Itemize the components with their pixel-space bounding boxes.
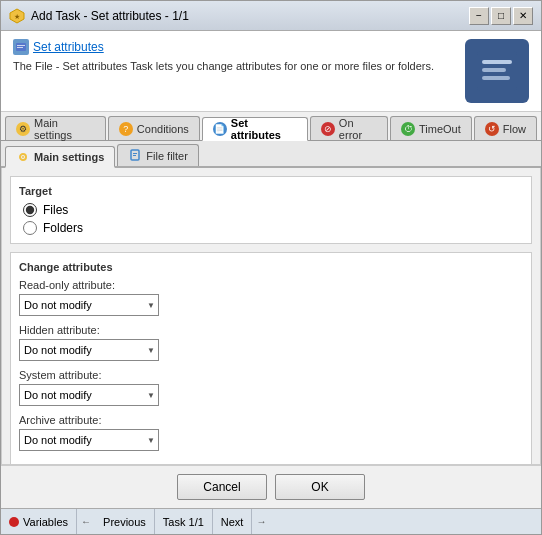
- sub-tab-main-settings[interactable]: Main settings: [5, 146, 115, 168]
- svg-rect-7: [482, 68, 506, 72]
- content-area: Target Files Folders Change attributes R…: [1, 168, 541, 465]
- header-link[interactable]: Set attributes: [13, 39, 455, 55]
- header-description: The File - Set attributes Task lets you …: [13, 59, 455, 74]
- target-files-radio[interactable]: [23, 203, 37, 217]
- ok-button[interactable]: OK: [275, 474, 365, 500]
- hidden-select-wrapper: Do not modify Set Clear: [19, 339, 159, 361]
- svg-text:★: ★: [14, 13, 20, 20]
- main-window: ★ Add Task - Set attributes - 1/1 − □ ✕ …: [0, 0, 542, 535]
- tab-flow-label: Flow: [503, 123, 526, 135]
- archive-select[interactable]: Do not modify Set Clear: [19, 429, 159, 451]
- target-files-option[interactable]: Files: [23, 203, 523, 217]
- sub-tab-file-filter-label: File filter: [146, 150, 188, 162]
- right-arrow: →: [252, 516, 270, 527]
- task-label: Task 1/1: [163, 516, 204, 528]
- target-folders-label: Folders: [43, 221, 83, 235]
- tab-conditions[interactable]: ? Conditions: [108, 116, 200, 140]
- target-title: Target: [19, 185, 523, 197]
- tab-main-settings-label: Main settings: [34, 117, 95, 141]
- target-folders-option[interactable]: Folders: [23, 221, 523, 235]
- link-icon: [13, 39, 29, 55]
- svg-rect-4: [17, 47, 23, 48]
- sub-tab-file-filter[interactable]: File filter: [117, 144, 199, 166]
- window-controls: − □ ✕: [469, 7, 533, 25]
- system-label: System attribute:: [19, 369, 523, 381]
- conditions-icon: ?: [119, 122, 133, 136]
- read-only-select[interactable]: Do not modify Set Clear: [19, 294, 159, 316]
- main-settings-icon: ⚙: [16, 122, 30, 136]
- archive-select-wrapper: Do not modify Set Clear: [19, 429, 159, 451]
- bottom-buttons: Cancel OK: [1, 465, 541, 508]
- tab-on-error[interactable]: ⊘ On error: [310, 116, 388, 140]
- svg-rect-12: [133, 153, 137, 154]
- header-link-text: Set attributes: [33, 40, 104, 54]
- target-radio-group: Files Folders: [19, 203, 523, 235]
- read-only-attr-row: Read-only attribute: Do not modify Set C…: [19, 279, 523, 316]
- status-bar: Variables ← Previous Task 1/1 Next →: [1, 508, 541, 534]
- task-item: Task 1/1: [155, 509, 213, 534]
- svg-rect-8: [482, 76, 510, 80]
- tab-set-attributes-label: Set attributes: [231, 117, 297, 141]
- sub-tabs: Main settings File filter: [1, 141, 541, 168]
- system-attr-row: System attribute: Do not modify Set Clea…: [19, 369, 523, 406]
- minimize-button[interactable]: −: [469, 7, 489, 25]
- hidden-attr-row: Hidden attribute: Do not modify Set Clea…: [19, 324, 523, 361]
- window-title: Add Task - Set attributes - 1/1: [31, 9, 469, 23]
- read-only-label: Read-only attribute:: [19, 279, 523, 291]
- hidden-select[interactable]: Do not modify Set Clear: [19, 339, 159, 361]
- file-filter-icon: [128, 149, 142, 163]
- cancel-button[interactable]: Cancel: [177, 474, 267, 500]
- left-arrow: ←: [77, 516, 95, 527]
- change-attributes-title: Change attributes: [19, 261, 523, 273]
- tab-flow[interactable]: ↺ Flow: [474, 116, 537, 140]
- tab-timeout-label: TimeOut: [419, 123, 461, 135]
- target-folders-radio[interactable]: [23, 221, 37, 235]
- svg-rect-13: [133, 155, 136, 156]
- timeout-icon: ⏱: [401, 122, 415, 136]
- variables-dot: [9, 517, 19, 527]
- tab-main-settings[interactable]: ⚙ Main settings: [5, 116, 106, 140]
- variables-item[interactable]: Variables: [1, 509, 77, 534]
- archive-attr-row: Archive attribute: Do not modify Set Cle…: [19, 414, 523, 451]
- tab-on-error-label: On error: [339, 117, 377, 141]
- svg-rect-6: [482, 60, 512, 64]
- previous-label: Previous: [103, 516, 146, 528]
- svg-point-10: [22, 156, 24, 158]
- read-only-select-wrapper: Do not modify Set Clear: [19, 294, 159, 316]
- set-attributes-icon: 📄: [213, 122, 227, 136]
- tab-conditions-label: Conditions: [137, 123, 189, 135]
- main-settings-sub-icon: [16, 150, 30, 164]
- svg-rect-3: [17, 45, 25, 46]
- system-select-wrapper: Do not modify Set Clear: [19, 384, 159, 406]
- target-files-label: Files: [43, 203, 68, 217]
- header-info: Set attributes The File - Set attributes…: [13, 39, 455, 74]
- task-thumbnail: [465, 39, 529, 103]
- sub-tab-main-settings-label: Main settings: [34, 151, 104, 163]
- change-attributes-section: Change attributes Read-only attribute: D…: [10, 252, 532, 465]
- next-item[interactable]: Next: [213, 509, 253, 534]
- maximize-button[interactable]: □: [491, 7, 511, 25]
- previous-item[interactable]: Previous: [95, 509, 155, 534]
- app-icon: ★: [9, 8, 25, 24]
- target-section: Target Files Folders: [10, 176, 532, 244]
- header-section: Set attributes The File - Set attributes…: [1, 31, 541, 112]
- next-label: Next: [221, 516, 244, 528]
- main-tabs: ⚙ Main settings ? Conditions 📄 Set attri…: [1, 112, 541, 141]
- system-select[interactable]: Do not modify Set Clear: [19, 384, 159, 406]
- archive-label: Archive attribute:: [19, 414, 523, 426]
- on-error-icon: ⊘: [321, 122, 335, 136]
- variables-label: Variables: [23, 516, 68, 528]
- title-bar: ★ Add Task - Set attributes - 1/1 − □ ✕: [1, 1, 541, 31]
- tab-set-attributes[interactable]: 📄 Set attributes: [202, 117, 308, 141]
- flow-icon: ↺: [485, 122, 499, 136]
- close-button[interactable]: ✕: [513, 7, 533, 25]
- hidden-label: Hidden attribute:: [19, 324, 523, 336]
- tab-timeout[interactable]: ⏱ TimeOut: [390, 116, 472, 140]
